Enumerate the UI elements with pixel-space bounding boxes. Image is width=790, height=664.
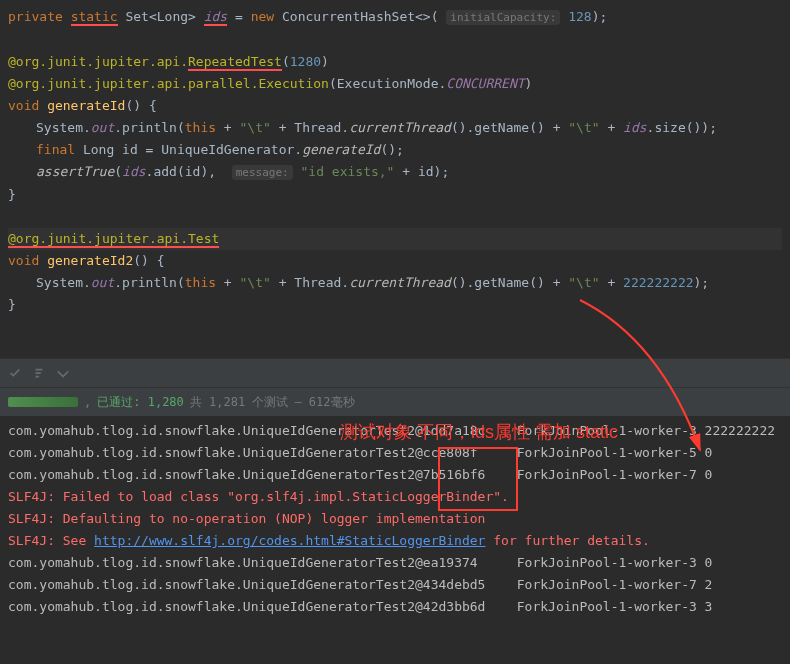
code-editor[interactable]: private static Set<Long> ids = new Concu… <box>0 0 790 322</box>
progress-bar <box>8 397 78 407</box>
console-line: com.yomahub.tlog.id.snowflake.UniqueIdGe… <box>8 442 782 464</box>
console-error-line: SLF4J: Defaulting to no-operation (NOP) … <box>8 508 782 530</box>
code-line: } <box>8 184 782 206</box>
test-toolbar <box>0 358 790 388</box>
code-line: final Long id = UniqueIdGenerator.genera… <box>8 139 782 161</box>
test-status-bar: , 已通过: 1,280 共 1,281 个测试 – 612毫秒 <box>0 388 790 416</box>
console-output[interactable]: com.yomahub.tlog.id.snowflake.UniqueIdGe… <box>0 416 790 622</box>
elapsed-time: – 612毫秒 <box>294 394 354 411</box>
code-line: void generateId2() { <box>8 250 782 272</box>
console-line: com.yomahub.tlog.id.snowflake.UniqueIdGe… <box>8 596 782 618</box>
code-line <box>8 29 782 51</box>
code-line <box>8 206 782 228</box>
code-line: @org.junit.jupiter.api.Test <box>8 228 782 250</box>
console-error-line: SLF4J: See http://www.slf4j.org/codes.ht… <box>8 530 782 552</box>
code-line: void generateId() { <box>8 95 782 117</box>
code-line: System.out.println(this + "\t" + Thread.… <box>8 117 782 139</box>
console-line: com.yomahub.tlog.id.snowflake.UniqueIdGe… <box>8 420 782 442</box>
code-line: private static Set<Long> ids = new Concu… <box>8 6 782 29</box>
code-line: } <box>8 294 782 316</box>
code-line: assertTrue(ids.add(id), message: "id exi… <box>8 161 782 184</box>
code-line: System.out.println(this + "\t" + Thread.… <box>8 272 782 294</box>
console-error-line: SLF4J: Failed to load class "org.slf4j.i… <box>8 486 782 508</box>
console-line: com.yomahub.tlog.id.snowflake.UniqueIdGe… <box>8 464 782 486</box>
code-line: @org.junit.jupiter.api.parallel.Executio… <box>8 73 782 95</box>
expand-icon[interactable] <box>56 366 70 380</box>
console-line: com.yomahub.tlog.id.snowflake.UniqueIdGe… <box>8 574 782 596</box>
code-line: @org.junit.jupiter.api.RepeatedTest(1280… <box>8 51 782 73</box>
checkmark-icon[interactable] <box>8 366 22 380</box>
passed-count: 已通过: 1,280 <box>97 394 184 411</box>
total-count: 共 1,281 个测试 <box>190 394 289 411</box>
slf4j-link[interactable]: http://www.slf4j.org/codes.html#StaticLo… <box>94 533 485 548</box>
console-line: com.yomahub.tlog.id.snowflake.UniqueIdGe… <box>8 552 782 574</box>
sort-icon[interactable] <box>32 366 46 380</box>
